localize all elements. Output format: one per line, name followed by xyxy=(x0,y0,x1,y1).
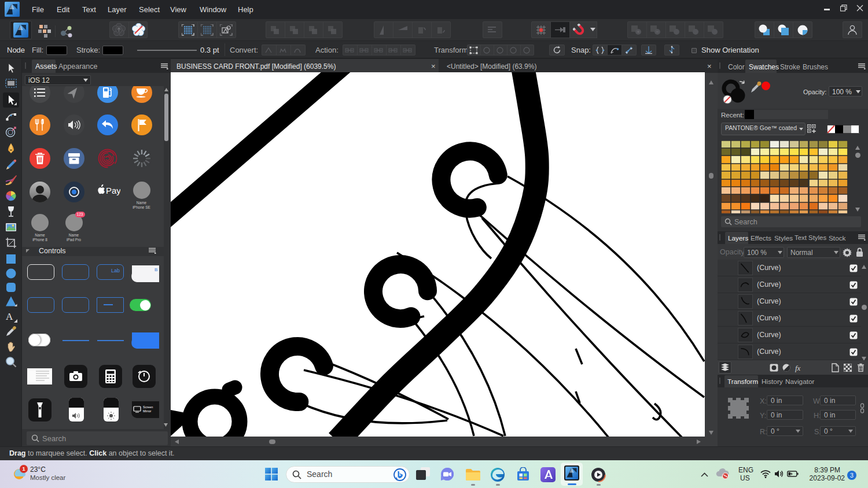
svg-text:Pay: Pay xyxy=(106,186,120,195)
svg-text:B: B xyxy=(155,267,157,272)
svg-text:1: 1 xyxy=(22,466,25,472)
svg-text:Screen: Screen xyxy=(143,405,153,409)
svg-text:Mirror: Mirror xyxy=(143,409,152,413)
